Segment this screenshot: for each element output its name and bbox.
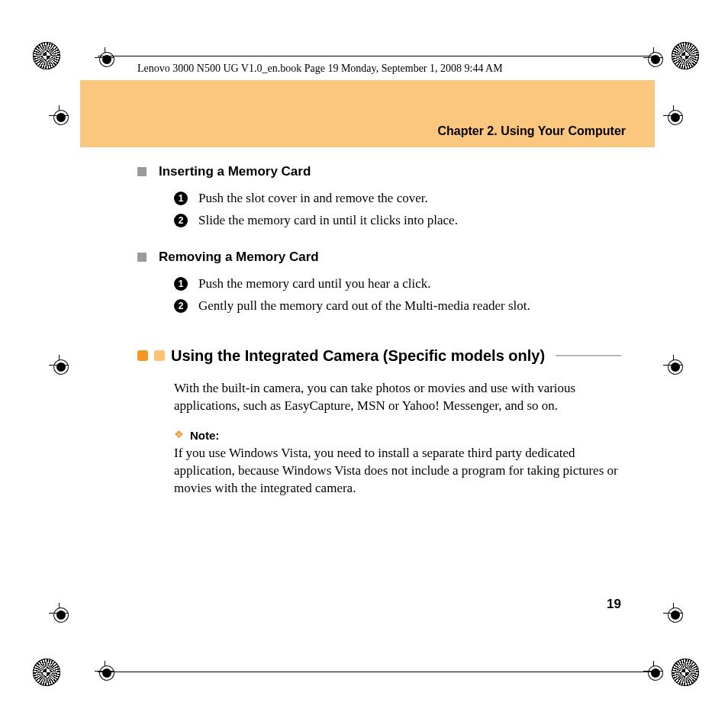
- page-number: 19: [607, 597, 621, 612]
- step-item: 2 Gently pull the memory card out of the…: [174, 298, 621, 315]
- step-item: 1 Push the memory card until you hear a …: [174, 275, 621, 293]
- chapter-header-bar: Chapter 2. Using Your Computer: [80, 80, 655, 147]
- step-number-badge: 1: [174, 192, 188, 205]
- heading-rule: [556, 355, 621, 356]
- major-heading: Using the Integrated Camera (Specific mo…: [171, 347, 545, 365]
- crop-mark-cross: [663, 355, 683, 375]
- crop-frame-line: [98, 672, 656, 672]
- heading-tile-icon: [154, 350, 165, 361]
- sub-heading-row: Removing a Memory Card: [137, 250, 621, 265]
- chapter-title: Chapter 2. Using Your Computer: [437, 124, 626, 138]
- crop-mark-cross: [49, 105, 69, 125]
- crop-mark-cross: [643, 661, 663, 681]
- crop-mark-cross: [663, 105, 683, 125]
- heading-tile-icon: [137, 350, 148, 361]
- page-content: Inserting a Memory Card 1 Push the slot …: [137, 164, 621, 497]
- major-heading-row: Using the Integrated Camera (Specific mo…: [137, 347, 621, 365]
- step-number-badge: 2: [174, 214, 188, 227]
- sub-heading: Inserting a Memory Card: [159, 164, 311, 179]
- bullet-square-icon: [137, 253, 147, 262]
- crop-mark-cross: [49, 603, 69, 623]
- step-number-badge: 1: [174, 277, 188, 291]
- step-text: Gently pull the memory card out of the M…: [198, 298, 530, 315]
- crop-mark-cross: [49, 355, 69, 375]
- crop-mark-cross: [663, 603, 683, 623]
- crop-mark-fan: [33, 42, 60, 69]
- step-text: Push the memory card until you hear a cl…: [198, 275, 431, 293]
- sub-heading: Removing a Memory Card: [159, 250, 319, 265]
- step-text: Slide the memory card in until it clicks…: [198, 212, 458, 230]
- step-item: 1 Push the slot cover in and remove the …: [174, 190, 621, 208]
- crop-mark-fan: [672, 659, 699, 686]
- crop-mark-fan: [672, 42, 699, 69]
- crop-frame-line: [98, 56, 656, 56]
- crop-mark-cross: [643, 47, 663, 67]
- crop-mark-cross: [95, 47, 114, 67]
- note-label: Note:: [190, 429, 219, 442]
- bullet-square-icon: [137, 167, 147, 176]
- step-list-remove: 1 Push the memory card until you hear a …: [174, 275, 621, 315]
- step-number-badge: 2: [174, 299, 188, 313]
- note-text: If you use Windows Vista, you need to in…: [174, 445, 621, 498]
- body-paragraph: With the built-in camera, you can take p…: [174, 380, 621, 415]
- step-text: Push the slot cover in and remove the co…: [198, 190, 428, 208]
- note-block: ❖ Note: If you use Windows Vista, you ne…: [174, 429, 621, 498]
- step-list-insert: 1 Push the slot cover in and remove the …: [174, 190, 621, 230]
- crop-mark-cross: [95, 661, 114, 681]
- crop-mark-fan: [33, 659, 60, 686]
- sub-heading-row: Inserting a Memory Card: [137, 164, 621, 179]
- step-item: 2 Slide the memory card in until it clic…: [174, 212, 621, 230]
- note-diamond-icon: ❖: [174, 430, 184, 440]
- document-header-meta: Lenovo 3000 N500 UG V1.0_en.book Page 19…: [137, 63, 503, 75]
